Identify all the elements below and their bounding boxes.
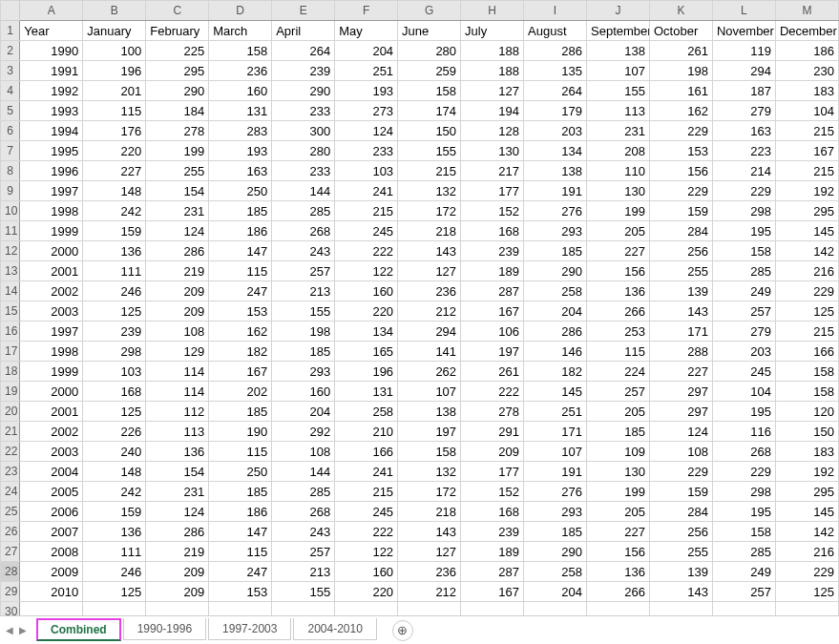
cell[interactable]: 298 — [83, 342, 146, 362]
cell[interactable]: 205 — [587, 402, 650, 422]
cell[interactable]: 236 — [209, 61, 272, 81]
cell[interactable]: 147 — [209, 522, 272, 542]
cell[interactable]: 125 — [83, 402, 146, 422]
cell[interactable]: 158 — [712, 522, 775, 542]
cell[interactable]: 219 — [146, 542, 209, 562]
cell[interactable]: 139 — [649, 562, 712, 582]
cell[interactable]: 113 — [587, 101, 650, 121]
cell[interactable]: 158 — [209, 41, 272, 61]
row-header[interactable]: 15 — [1, 301, 20, 322]
cell[interactable]: 131 — [209, 101, 272, 121]
cell[interactable]: 2010 — [20, 582, 83, 602]
cell[interactable]: 2005 — [20, 482, 83, 502]
cell[interactable]: 255 — [649, 542, 712, 562]
cell[interactable]: 108 — [649, 442, 712, 462]
cell[interactable]: 217 — [461, 161, 524, 181]
cell[interactable]: 104 — [775, 101, 838, 121]
cell[interactable]: 205 — [587, 502, 650, 522]
cell[interactable]: 167 — [209, 362, 272, 382]
cell[interactable]: 291 — [461, 422, 524, 442]
cell[interactable]: 222 — [335, 241, 398, 261]
cell[interactable]: 159 — [83, 502, 146, 522]
cell[interactable]: 246 — [83, 281, 146, 301]
row-header[interactable]: 29 — [1, 582, 20, 602]
cell[interactable]: September — [587, 21, 650, 41]
cell[interactable]: 111 — [83, 542, 146, 562]
cell[interactable]: 2006 — [20, 502, 83, 522]
cell[interactable]: 258 — [524, 281, 587, 301]
cell[interactable]: 110 — [587, 161, 650, 181]
cell[interactable]: 215 — [335, 482, 398, 502]
cell[interactable]: 2001 — [20, 261, 83, 281]
column-header[interactable]: H — [461, 1, 524, 21]
cell[interactable]: 155 — [272, 301, 335, 322]
cell[interactable]: 114 — [146, 382, 209, 402]
cell[interactable]: 2007 — [20, 522, 83, 542]
cell[interactable]: 287 — [461, 562, 524, 582]
cell[interactable]: 283 — [209, 121, 272, 141]
tab-nav-prev-icon[interactable]: ◀ — [6, 625, 13, 635]
cell[interactable]: 243 — [272, 522, 335, 542]
spreadsheet-grid[interactable]: ABCDEFGHIJKLM 1YearJanuaryFebruaryMarchA… — [0, 0, 839, 615]
cell[interactable]: 182 — [209, 342, 272, 362]
cell[interactable]: 290 — [524, 261, 587, 281]
cell[interactable]: 159 — [83, 221, 146, 241]
cell[interactable]: 182 — [524, 362, 587, 382]
cell[interactable]: 185 — [272, 342, 335, 362]
cell[interactable]: 298 — [712, 201, 775, 221]
cell[interactable]: 246 — [83, 562, 146, 582]
cell[interactable]: 197 — [461, 342, 524, 362]
cell[interactable]: 195 — [712, 402, 775, 422]
cell[interactable]: 1997 — [20, 181, 83, 201]
cell[interactable]: 1998 — [20, 201, 83, 221]
cell[interactable]: 295 — [146, 61, 209, 81]
cell[interactable]: 286 — [146, 241, 209, 261]
cell[interactable]: 276 — [524, 482, 587, 502]
cell[interactable]: 2002 — [20, 281, 83, 301]
row-header[interactable]: 16 — [1, 322, 20, 342]
cell[interactable]: 162 — [209, 322, 272, 342]
cell[interactable]: 136 — [587, 562, 650, 582]
cell[interactable]: 218 — [398, 221, 461, 241]
cell[interactable]: 171 — [649, 322, 712, 342]
cell[interactable]: 136 — [587, 281, 650, 301]
cell[interactable]: 147 — [209, 241, 272, 261]
cell[interactable]: 1992 — [20, 81, 83, 101]
cell[interactable]: 158 — [712, 241, 775, 261]
cell[interactable]: 152 — [461, 482, 524, 502]
cell[interactable]: 241 — [335, 462, 398, 482]
cell[interactable]: 239 — [461, 241, 524, 261]
cell[interactable]: 119 — [712, 41, 775, 61]
cell[interactable]: 225 — [146, 41, 209, 61]
cell[interactable]: 155 — [272, 582, 335, 602]
cell[interactable]: 132 — [398, 462, 461, 482]
cell[interactable]: 242 — [83, 201, 146, 221]
add-sheet-button[interactable]: ⊕ — [392, 620, 413, 641]
cell[interactable]: February — [146, 21, 209, 41]
cell[interactable]: 177 — [461, 181, 524, 201]
cell[interactable]: 158 — [398, 442, 461, 462]
cell[interactable]: 190 — [209, 422, 272, 442]
cell[interactable]: 203 — [712, 342, 775, 362]
cell[interactable]: 186 — [209, 502, 272, 522]
cell[interactable]: 276 — [524, 201, 587, 221]
cell[interactable]: 153 — [209, 301, 272, 322]
row-header[interactable]: 9 — [1, 181, 20, 201]
cell[interactable]: 177 — [461, 462, 524, 482]
cell[interactable]: 152 — [461, 201, 524, 221]
cell[interactable]: 130 — [587, 181, 650, 201]
cell[interactable]: 166 — [775, 342, 838, 362]
column-header[interactable]: B — [83, 1, 146, 21]
cell[interactable]: 215 — [775, 322, 838, 342]
cell[interactable]: 142 — [775, 241, 838, 261]
cell[interactable]: 168 — [461, 221, 524, 241]
cell[interactable]: 279 — [712, 101, 775, 121]
cell[interactable]: 266 — [587, 582, 650, 602]
cell[interactable]: 247 — [209, 281, 272, 301]
cell[interactable]: 295 — [775, 201, 838, 221]
cell[interactable]: 130 — [587, 462, 650, 482]
cell[interactable] — [83, 602, 146, 616]
cell[interactable]: August — [524, 21, 587, 41]
cell[interactable]: 286 — [524, 41, 587, 61]
cell[interactable]: 185 — [209, 201, 272, 221]
